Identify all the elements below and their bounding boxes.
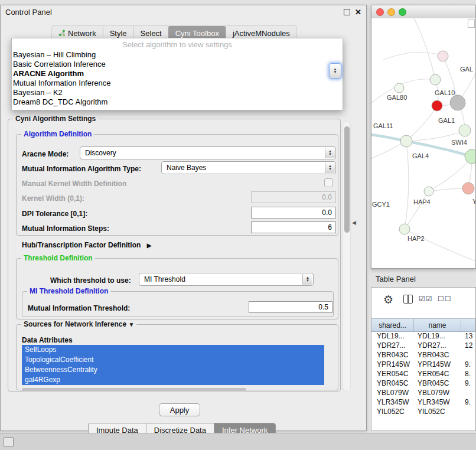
- manual-kernel-checkbox[interactable]: [324, 178, 333, 187]
- sources-toggle[interactable]: Sources for Network Inference ▼: [21, 320, 136, 328]
- dpi-tolerance-field[interactable]: 0.0: [251, 207, 336, 219]
- dropdown-items: Bayesian – Hill ClimbingBasic Correlatio…: [12, 50, 343, 107]
- node-label: GAL4: [412, 152, 429, 159]
- combo-stepper-icon[interactable]: ▲▼: [302, 274, 312, 285]
- column-header-name[interactable]: name: [414, 319, 461, 331]
- mi-threshold-label: Mutual Information Threshold:: [28, 304, 130, 312]
- table-cell: YBL079W: [371, 389, 414, 397]
- table-cell: 8.: [461, 370, 475, 378]
- table-cell: YBR043C: [371, 351, 414, 359]
- kernel-width-label: Kernel Width (0,1):: [22, 194, 84, 203]
- node-label: GAL11: [373, 122, 393, 129]
- network-node[interactable]: [465, 149, 475, 164]
- scrollbar-thumb[interactable]: [344, 126, 350, 233]
- network-node[interactable]: [432, 100, 442, 111]
- gear-icon[interactable]: ⚙: [383, 293, 393, 306]
- control-panel-window: Control Panel ✕ NetworkStyleSelectCyni T…: [0, 5, 367, 431]
- which-threshold-combo[interactable]: MI Threshold ▲▼: [139, 273, 314, 286]
- table-cell: 9.: [461, 360, 475, 369]
- network-node[interactable]: [462, 182, 474, 194]
- network-node[interactable]: [459, 125, 471, 136]
- combo-stepper-icon[interactable]: ▲▼: [325, 148, 335, 158]
- aracne-mode-combo[interactable]: Discovery ▲▼: [80, 146, 336, 159]
- mi-steps-field[interactable]: 6: [251, 221, 336, 233]
- minimize-traffic-icon[interactable]: [387, 8, 395, 16]
- horizontal-scrollbar[interactable]: [22, 388, 246, 392]
- table-row[interactable]: YBR045CYBR045C9.: [371, 379, 475, 388]
- deselect-all-icon[interactable]: ☐☐: [438, 295, 452, 303]
- dropdown-placeholder[interactable]: Select algorithm to view settings: [12, 40, 343, 50]
- table-cell: YDR27...: [414, 341, 461, 350]
- network-scrollbar[interactable]: [468, 19, 475, 28]
- network-node[interactable]: [395, 83, 404, 93]
- column-header-extra[interactable]: [461, 319, 475, 331]
- settings-scrollbar[interactable]: [343, 121, 351, 392]
- network-node[interactable]: [424, 187, 433, 196]
- table-row[interactable]: YDR27...YDR27...12: [371, 341, 475, 350]
- table-panel-title: Table Panel: [376, 275, 416, 283]
- chevron-down-icon[interactable]: ▼: [128, 321, 134, 328]
- chevron-right-icon[interactable]: ▶: [147, 242, 152, 249]
- kernel-width-field[interactable]: 0.0: [251, 191, 336, 203]
- network-canvas[interactable]: GALGAL80GAL10GAL11GAL1SWI4GAL4GCY1HAP4YH…: [371, 18, 475, 268]
- table-cell: YLR345W: [371, 398, 414, 406]
- window-restore-icon[interactable]: [4, 437, 14, 447]
- table-row[interactable]: YIL052CYIL052C: [371, 407, 475, 416]
- combo-stepper-icon[interactable]: ▲▼: [325, 162, 335, 173]
- node-label: GAL80: [387, 94, 407, 101]
- column-header-shared[interactable]: shared...: [371, 319, 414, 331]
- hub-definition-toggle[interactable]: Hub/Transcription Factor Definition ▶: [22, 241, 151, 249]
- dropdown-item-dream8-dc-tdc-algorithm[interactable]: Dream8 DC_TDC Algorithm: [12, 97, 343, 107]
- network-edge: [405, 229, 475, 262]
- mi-threshold-field[interactable]: 0.5: [249, 301, 332, 313]
- network-node[interactable]: [399, 224, 410, 234]
- table-toolbar: ⚙ ☑☑ ☐☐: [371, 288, 475, 316]
- table-cell: YBR043C: [414, 351, 461, 359]
- table-cell: 13: [461, 332, 475, 340]
- table-row[interactable]: YBL079WYBL079W: [371, 388, 475, 397]
- close-icon[interactable]: ✕: [355, 8, 361, 16]
- column-browser-icon[interactable]: [403, 295, 413, 304]
- dropdown-item-bayesian-k2[interactable]: Bayesian – K2: [12, 88, 343, 97]
- zoom-traffic-icon[interactable]: [399, 8, 406, 16]
- combo-value: Discovery: [85, 149, 116, 157]
- table-row[interactable]: YPR145WYPR145W9.: [371, 360, 475, 369]
- table-row[interactable]: YER054CYER054C8.: [371, 369, 475, 379]
- apply-button[interactable]: Apply: [159, 403, 200, 416]
- attribute-item-topologicalcoefficient[interactable]: TopologicalCoefficient: [22, 355, 324, 365]
- select-all-icon[interactable]: ☑☑: [419, 295, 433, 303]
- attribute-item-selfloops[interactable]: SelfLoops: [22, 345, 324, 355]
- sources-title: Sources for Network Inference: [24, 320, 126, 328]
- tab-label: Style: [110, 29, 127, 38]
- dropdown-item-basic-correlation-inference[interactable]: Basic Correlation Inference: [12, 60, 343, 69]
- network-node[interactable]: [438, 51, 448, 61]
- dropdown-item-mutual-information-inference[interactable]: Mutual Information Inference: [12, 79, 343, 88]
- table-row[interactable]: YLR345WYLR345W9.: [371, 397, 475, 407]
- network-node[interactable]: [450, 95, 465, 110]
- network-edge: [383, 52, 443, 60]
- table-row[interactable]: YBR043CYBR043C: [371, 350, 475, 360]
- algorithm-combo-stepper-icon[interactable]: ▲▼: [329, 63, 341, 79]
- dropdown-item-bayesian-hill-climbing[interactable]: Bayesian – Hill Climbing: [12, 50, 343, 60]
- table-row[interactable]: YDL19...YDL19...13: [371, 331, 475, 341]
- window-title: Control Panel: [5, 8, 344, 17]
- network-node[interactable]: [400, 135, 412, 147]
- group-title: Algorithm Definition: [21, 130, 94, 138]
- which-threshold-label: Which threshold to use:: [50, 276, 131, 285]
- dropdown-item-aracne-algorithm[interactable]: ARACNE Algorithm: [12, 69, 343, 79]
- table-cell: YLR345W: [414, 398, 461, 406]
- data-attributes-list: SelfLoopsTopologicalCoefficientBetweenne…: [22, 345, 324, 385]
- table-cell: YDL19...: [414, 332, 461, 340]
- network-window-titlebar[interactable]: [371, 5, 475, 19]
- group-title: Cyni Algorithm Settings: [13, 115, 98, 123]
- group-title: MI Threshold Definition: [27, 287, 110, 295]
- network-node[interactable]: [430, 74, 441, 85]
- attribute-item-gal4rgexp[interactable]: gal4RGexp: [22, 375, 324, 385]
- float-window-icon[interactable]: [344, 9, 350, 15]
- attribute-item-betweennesscentrality[interactable]: BetweennessCentrality: [22, 365, 324, 375]
- table-cell: YPR145W: [371, 360, 414, 369]
- control-panel-titlebar[interactable]: Control Panel ✕: [1, 5, 366, 18]
- close-traffic-icon[interactable]: [376, 8, 384, 16]
- panel-collapse-icon[interactable]: ◀: [352, 220, 356, 226]
- mi-type-combo[interactable]: Naive Bayes ▲▼: [161, 161, 336, 174]
